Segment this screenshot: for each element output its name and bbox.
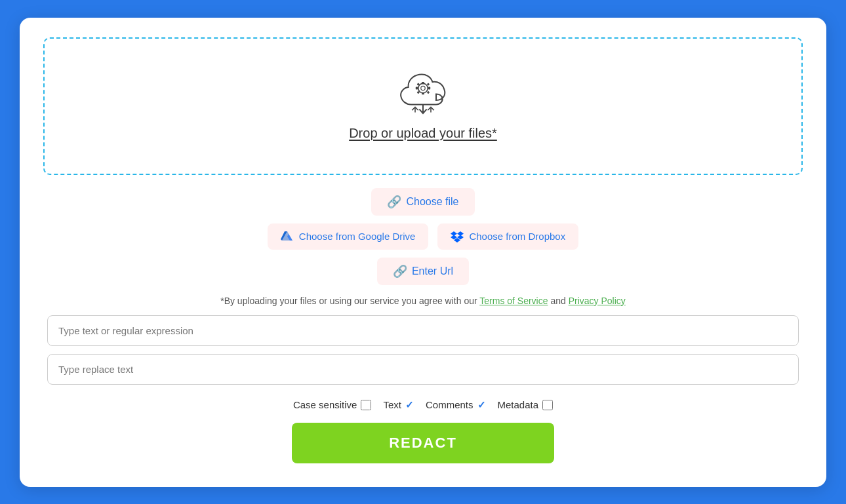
url-link-icon: 🔗 xyxy=(393,264,407,279)
case-sensitive-label: Case sensitive xyxy=(293,399,357,410)
case-sensitive-checkbox[interactable] xyxy=(361,400,371,410)
options-row: Case sensitive Text ✓ Comments ✓ Metadat… xyxy=(47,399,799,411)
svg-point-1 xyxy=(421,86,425,90)
svg-rect-3 xyxy=(422,92,424,94)
link-icon: 🔗 xyxy=(387,195,401,209)
case-sensitive-option[interactable]: Case sensitive xyxy=(293,399,372,410)
cloud-options-row: Choose from Google Drive Choose from Dro… xyxy=(268,223,578,250)
choose-file-button[interactable]: 🔗 Choose file xyxy=(371,188,474,216)
comments-option[interactable]: Comments ✓ xyxy=(426,399,486,411)
terms-of-service-link[interactable]: Terms of Service xyxy=(479,296,548,306)
metadata-checkbox[interactable] xyxy=(542,400,553,410)
drop-zone[interactable]: Drop or upload your files* xyxy=(43,37,803,175)
file-options: 🔗 Choose file Choose from Google Drive xyxy=(43,188,803,285)
enter-url-label: Enter Url xyxy=(412,265,453,277)
main-card: Drop or upload your files* 🔗 Choose file… xyxy=(20,18,826,487)
svg-rect-5 xyxy=(428,87,430,90)
upload-icon xyxy=(397,71,449,117)
enter-url-button[interactable]: 🔗 Enter Url xyxy=(377,258,469,285)
choose-file-label: Choose file xyxy=(406,196,458,208)
google-drive-button[interactable]: Choose from Google Drive xyxy=(268,223,429,250)
text-option[interactable]: Text ✓ xyxy=(383,399,414,411)
terms-middle: and xyxy=(550,296,568,306)
terms-prefix: *By uploading your files or using our se… xyxy=(220,296,479,306)
comments-label: Comments xyxy=(426,399,473,410)
drop-text: Drop or upload your files* xyxy=(349,126,497,141)
svg-rect-4 xyxy=(416,87,418,90)
dropbox-label: Choose from Dropbox xyxy=(469,231,565,242)
text-checkmark: ✓ xyxy=(405,399,414,411)
metadata-option[interactable]: Metadata xyxy=(498,399,554,410)
google-drive-icon xyxy=(281,230,294,243)
metadata-label: Metadata xyxy=(498,399,539,410)
outer-content: *By uploading your files or using our se… xyxy=(43,296,803,463)
terms-text: *By uploading your files or using our se… xyxy=(47,296,799,306)
replace-input[interactable] xyxy=(47,354,799,385)
comments-checkmark: ✓ xyxy=(477,399,486,411)
text-label: Text xyxy=(383,399,401,410)
redact-button[interactable]: REDACT xyxy=(292,423,554,463)
privacy-policy-link[interactable]: Privacy Policy xyxy=(569,296,626,306)
dropbox-button[interactable]: Choose from Dropbox xyxy=(437,223,578,250)
google-drive-label: Choose from Google Drive xyxy=(299,231,416,242)
dropbox-icon xyxy=(451,230,464,243)
svg-rect-2 xyxy=(422,82,424,84)
search-input[interactable] xyxy=(47,315,799,346)
